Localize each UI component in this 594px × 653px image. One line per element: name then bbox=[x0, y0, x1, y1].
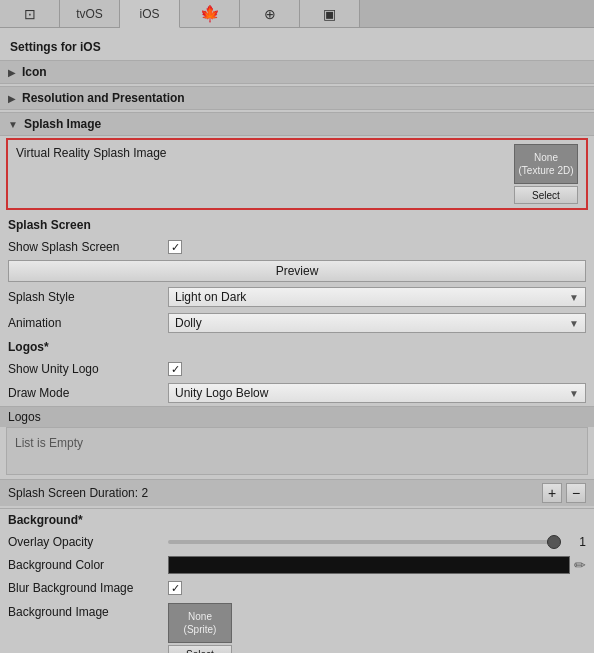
duration-label: Splash Screen Duration: 2 bbox=[8, 486, 148, 500]
section-label-icon: Icon bbox=[22, 65, 47, 79]
arrow-resolution-icon: ▶ bbox=[8, 93, 16, 104]
bg-image-select-button[interactable]: Select bbox=[168, 645, 232, 653]
preview-button[interactable]: Preview bbox=[8, 260, 586, 282]
logos-list: List is Empty bbox=[6, 427, 588, 475]
bg-color-row: Background Color ✏ bbox=[0, 553, 594, 577]
bg-thumb-none-label: None bbox=[188, 610, 212, 623]
blur-bg-label: Blur Background Image bbox=[8, 581, 168, 595]
animation-value: Dolly ▼ bbox=[168, 313, 586, 333]
storage-icon: ▣ bbox=[323, 6, 336, 22]
flag-icon: 🍁 bbox=[200, 4, 220, 23]
duration-minus-button[interactable]: − bbox=[566, 483, 586, 503]
animation-label: Animation bbox=[8, 316, 168, 330]
tab-flag[interactable]: 🍁 bbox=[180, 0, 240, 27]
draw-mode-label: Draw Mode bbox=[8, 386, 168, 400]
splash-screen-section-label-row: Splash Screen bbox=[0, 214, 594, 236]
thumb-none-label: None bbox=[534, 151, 558, 164]
bg-color-value: ✏ bbox=[168, 556, 586, 574]
section-label-resolution: Resolution and Presentation bbox=[22, 91, 185, 105]
tab-ios[interactable]: iOS bbox=[120, 0, 180, 28]
bg-thumb-type-label: (Sprite) bbox=[184, 623, 217, 636]
draw-mode-selected: Unity Logo Below bbox=[175, 386, 268, 400]
splash-style-label: Splash Style bbox=[8, 290, 168, 304]
splash-style-row: Splash Style Light on Dark ▼ bbox=[0, 284, 594, 310]
overlay-opacity-slider-track bbox=[168, 540, 560, 544]
animation-row: Animation Dolly ▼ bbox=[0, 310, 594, 336]
tab-android[interactable]: ⊕ bbox=[240, 0, 300, 27]
splash-image-thumb-container: None (Texture 2D) Select bbox=[514, 144, 578, 204]
overlay-opacity-slider-thumb[interactable] bbox=[547, 535, 561, 549]
animation-dropdown-arrow: ▼ bbox=[569, 318, 579, 329]
show-unity-logo-checkbox[interactable] bbox=[168, 362, 182, 376]
splash-style-value: Light on Dark ▼ bbox=[168, 287, 586, 307]
show-unity-logo-value bbox=[168, 362, 586, 377]
splash-image-field: Virtual Reality Splash Image None (Textu… bbox=[6, 138, 588, 210]
preview-button-row: Preview bbox=[0, 258, 594, 284]
show-unity-logo-label: Show Unity Logo bbox=[8, 362, 168, 376]
arrow-icon-icon: ▶ bbox=[8, 67, 16, 78]
draw-mode-dropdown[interactable]: Unity Logo Below ▼ bbox=[168, 383, 586, 403]
blur-bg-checkbox[interactable] bbox=[168, 581, 182, 595]
draw-mode-dropdown-arrow: ▼ bbox=[569, 388, 579, 399]
bg-color-swatch[interactable] bbox=[168, 556, 570, 574]
splash-image-label: Virtual Reality Splash Image bbox=[16, 144, 506, 204]
section-header-resolution[interactable]: ▶ Resolution and Presentation bbox=[0, 86, 594, 110]
splash-image-thumbnail: None (Texture 2D) bbox=[514, 144, 578, 184]
show-splash-screen-label: Show Splash Screen bbox=[8, 240, 168, 254]
ios-tab-label: iOS bbox=[139, 7, 159, 21]
bg-image-thumbnail: None (Sprite) bbox=[168, 603, 232, 643]
animation-selected: Dolly bbox=[175, 316, 202, 330]
bg-image-row: Background Image None (Sprite) Select bbox=[0, 599, 594, 653]
background-section-label: Background* bbox=[0, 508, 594, 531]
bg-image-label: Background Image bbox=[8, 603, 168, 619]
draw-mode-row: Draw Mode Unity Logo Below ▼ bbox=[0, 380, 594, 406]
settings-title: Settings for iOS bbox=[0, 36, 594, 60]
monitor-icon: ⊡ bbox=[24, 6, 36, 22]
splash-style-dropdown[interactable]: Light on Dark ▼ bbox=[168, 287, 586, 307]
tab-monitor[interactable]: ⊡ bbox=[0, 0, 60, 27]
tab-bar: ⊡ tvOS iOS 🍁 ⊕ ▣ bbox=[0, 0, 594, 28]
show-unity-logo-row: Show Unity Logo bbox=[0, 358, 594, 380]
animation-dropdown[interactable]: Dolly ▼ bbox=[168, 313, 586, 333]
section-label-splash-image: Splash Image bbox=[24, 117, 101, 131]
splash-style-dropdown-arrow: ▼ bbox=[569, 292, 579, 303]
overlay-opacity-row: Overlay Opacity 1 bbox=[0, 531, 594, 553]
settings-content: Settings for iOS ▶ Icon ▶ Resolution and… bbox=[0, 28, 594, 653]
overlay-opacity-value: 1 bbox=[566, 535, 586, 549]
overlay-opacity-slider-container: 1 bbox=[168, 535, 586, 549]
blur-bg-row: Blur Background Image bbox=[0, 577, 594, 599]
splash-image-select-button[interactable]: Select bbox=[514, 186, 578, 204]
color-picker-icon[interactable]: ✏ bbox=[574, 557, 586, 573]
duration-row: Splash Screen Duration: 2 + − bbox=[0, 479, 594, 506]
blur-bg-value bbox=[168, 581, 586, 596]
android-icon: ⊕ bbox=[264, 6, 276, 22]
show-splash-screen-checkbox[interactable] bbox=[168, 240, 182, 254]
logos-section-label-row: Logos* bbox=[0, 336, 594, 358]
arrow-splash-icon: ▼ bbox=[8, 119, 18, 130]
logos-section-label: Logos* bbox=[8, 340, 168, 354]
show-splash-screen-value bbox=[168, 240, 586, 255]
overlay-opacity-label: Overlay Opacity bbox=[8, 535, 168, 549]
section-header-splash-image[interactable]: ▼ Splash Image bbox=[0, 112, 594, 136]
section-header-icon[interactable]: ▶ Icon bbox=[0, 60, 594, 84]
duration-plus-button[interactable]: + bbox=[542, 483, 562, 503]
bg-image-thumb-container: None (Sprite) Select bbox=[168, 603, 232, 653]
logos-list-empty: List is Empty bbox=[15, 436, 83, 450]
draw-mode-value: Unity Logo Below ▼ bbox=[168, 383, 586, 403]
show-splash-screen-row: Show Splash Screen bbox=[0, 236, 594, 258]
tab-tvos[interactable]: tvOS bbox=[60, 0, 120, 27]
bg-color-label: Background Color bbox=[8, 558, 168, 572]
thumb-type-label: (Texture 2D) bbox=[518, 164, 573, 177]
tab-storage[interactable]: ▣ bbox=[300, 0, 360, 27]
duration-controls: + − bbox=[542, 483, 586, 503]
splash-screen-section-label: Splash Screen bbox=[8, 218, 168, 232]
logos-list-header: Logos bbox=[0, 406, 594, 427]
splash-style-selected: Light on Dark bbox=[175, 290, 246, 304]
tvos-tab-label: tvOS bbox=[76, 7, 103, 21]
